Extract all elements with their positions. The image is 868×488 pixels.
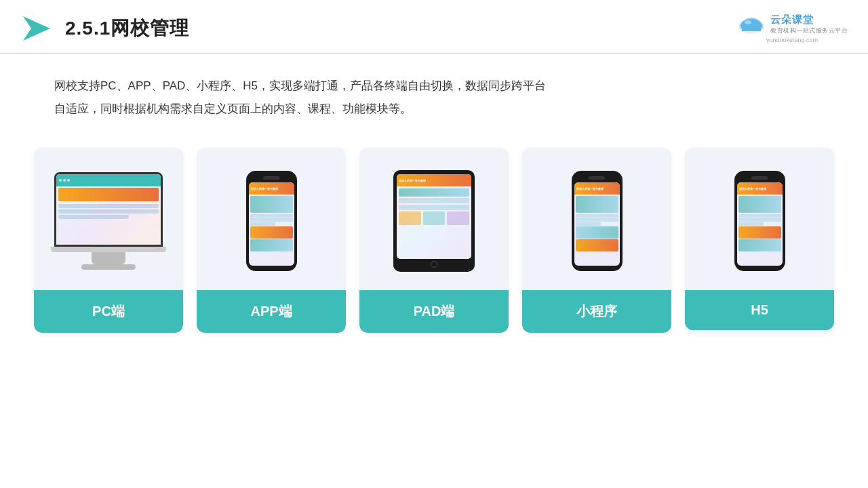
device-cards: PC端 职进人的第一堂兴趣课 [0, 127, 868, 333]
monitor-chin [51, 247, 166, 252]
tablet-row-2 [399, 205, 469, 210]
card-pad: 职进人的第一堂兴趣课 PAD端 [359, 148, 509, 333]
h5-card-1 [738, 226, 781, 239]
phone-header-miniapp: 职进人的第一堂兴趣课 [574, 182, 620, 195]
tablet-screen: 职进人的第一堂兴趣课 [397, 174, 471, 259]
app-image-area: 职进人的第一堂兴趣课 [197, 148, 346, 290]
card-miniapp: 职进人的第一堂兴趣课 小程序 [522, 148, 671, 333]
tablet-cell-3 [447, 211, 469, 225]
app-label: APP端 [197, 290, 346, 333]
phone-header-app: 职进人的第一堂兴趣课 [249, 182, 294, 195]
phone-card-1 [250, 226, 293, 239]
phone-header-text-h5: 职进人的第一堂兴趣课 [739, 187, 766, 190]
tablet-header-text: 职进人的第一堂兴趣课 [399, 179, 426, 182]
monitor-dot-1 [59, 179, 62, 182]
description-content: 网校支持PC、APP、PAD、小程序、H5，实现多端打通，产品各终端自由切换，数… [54, 79, 546, 115]
monitor-dot-3 [67, 179, 70, 182]
phone-notch-h5 [751, 176, 768, 180]
monitor-screen [56, 174, 161, 245]
card-h5: 职进人的第一堂兴趣课 H5 [685, 148, 834, 333]
header-left: 2.5.1网校管理 [20, 12, 189, 45]
miniapp-row-2 [576, 218, 618, 222]
phone-screen-h5: 职进人的第一堂兴趣课 [737, 182, 783, 266]
svg-point-9 [745, 20, 751, 24]
header: 2.5.1网校管理 云朵课堂 教育机构一站式服务云平台 yunduoketan [0, 0, 868, 54]
description-text: 网校支持PC、APP、PAD、小程序、H5，实现多端打通，产品各终端自由切换，数… [0, 54, 610, 127]
tablet-grid [399, 211, 469, 225]
tablet-body: 职进人的第一堂兴趣课 [393, 170, 475, 272]
phone-row-1 [250, 214, 293, 218]
phone-header-text-miniapp: 职进人的第一堂兴趣课 [576, 187, 604, 190]
monitor-body [54, 172, 163, 247]
h5-card-2 [738, 239, 781, 251]
h5-row-1 [738, 214, 781, 218]
brand-name: 云朵课堂 [770, 14, 814, 26]
phone-card-2 [250, 239, 293, 251]
monitor-base [81, 264, 136, 270]
miniapp-card-2 [576, 239, 618, 251]
h5-label: H5 [685, 290, 834, 330]
tablet-home-button [431, 261, 437, 268]
phone-notch-app [263, 176, 279, 180]
miniapp-image-area: 职进人的第一堂兴趣课 [522, 148, 671, 290]
logo-icon [20, 12, 53, 45]
cloud-icon [736, 14, 766, 35]
phone-img-miniapp [576, 196, 618, 213]
pc-image-area [34, 148, 183, 290]
phone-content-app [249, 195, 294, 266]
phone-body-h5: 职进人的第一堂兴趣课 [734, 171, 785, 271]
phone-content-miniapp [574, 195, 620, 266]
pad-image-area: 职进人的第一堂兴趣课 [359, 148, 509, 290]
phone-header-text-app: 职进人的第一堂兴趣课 [251, 187, 278, 190]
monitor-banner [58, 188, 159, 201]
phone-img-app [250, 196, 293, 213]
monitor-row-1 [58, 204, 159, 208]
brand-area: 云朵课堂 教育机构一站式服务云平台 yunduoketang.com [736, 14, 848, 43]
phone-body-miniapp: 职进人的第一堂兴趣课 [572, 171, 623, 271]
brand-text: 云朵课堂 教育机构一站式服务云平台 [770, 14, 848, 35]
miniapp-row-3 [576, 222, 601, 226]
h5-row-2 [738, 218, 781, 222]
pc-monitor [51, 172, 166, 270]
tablet-cell-2 [423, 211, 446, 225]
monitor-row-2 [58, 209, 159, 214]
tablet-cell-1 [399, 211, 421, 225]
tablet-row-1 [399, 198, 469, 203]
h5-row-3 [738, 222, 764, 226]
phone-screen-app: 职进人的第一堂兴趣课 [249, 182, 294, 266]
miniapp-card-1 [576, 226, 618, 239]
tablet-header: 职进人的第一堂兴趣课 [397, 174, 471, 186]
card-app: 职进人的第一堂兴趣课 APP端 [197, 148, 346, 333]
svg-marker-0 [23, 16, 50, 41]
phone-header-h5: 职进人的第一堂兴趣课 [737, 182, 783, 195]
brand-subtitle: 教育机构一站式服务云平台 [770, 26, 848, 35]
phone-screen-miniapp: 职进人的第一堂兴趣课 [574, 182, 620, 266]
h5-image-area: 职进人的第一堂兴趣课 [685, 148, 834, 290]
phone-img-h5 [738, 196, 781, 213]
page-title: 2.5.1网校管理 [65, 16, 189, 41]
card-pc: PC端 [34, 148, 183, 333]
pc-label: PC端 [34, 290, 183, 333]
brand-url: yunduoketang.com [766, 37, 818, 43]
phone-notch-miniapp [589, 176, 605, 180]
svg-rect-8 [742, 26, 761, 31]
tablet-banner [399, 188, 469, 197]
miniapp-row-1 [576, 214, 618, 218]
brand-logo: 云朵课堂 教育机构一站式服务云平台 [736, 14, 848, 35]
miniapp-label: 小程序 [522, 290, 671, 333]
phone-content-h5 [737, 195, 783, 266]
phone-body-app: 职进人的第一堂兴趣课 [246, 171, 297, 271]
monitor-top-bar [56, 174, 161, 186]
monitor-row-3 [58, 215, 129, 219]
phone-row-2 [250, 218, 293, 222]
monitor-stand [92, 252, 125, 264]
tablet-content [397, 186, 471, 259]
pad-label: PAD端 [359, 290, 509, 333]
monitor-dot-2 [63, 179, 66, 182]
monitor-content [56, 186, 161, 245]
phone-row-3 [250, 222, 276, 226]
